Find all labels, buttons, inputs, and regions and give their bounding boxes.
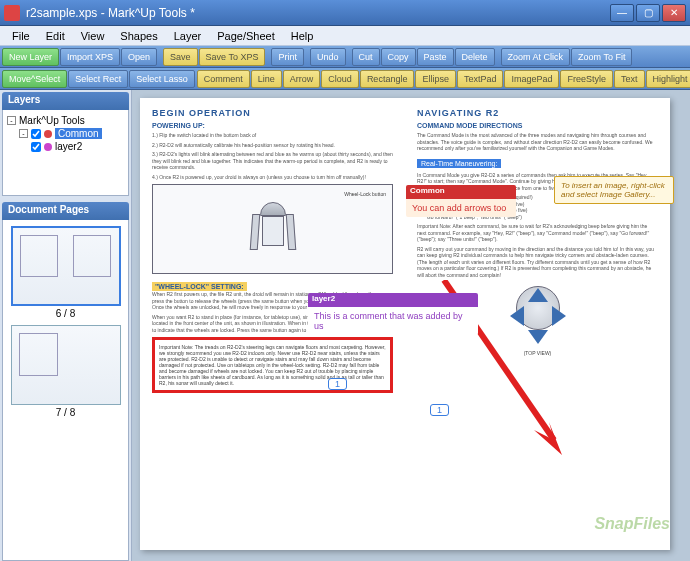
cut-button[interactable]: Cut (352, 48, 380, 66)
select-rect-button[interactable]: Select Rect (68, 70, 128, 88)
doc-illustration: Wheel-Lock button (152, 184, 393, 274)
menubar: File Edit View Shapes Layer Page/Sheet H… (0, 26, 690, 46)
menu-help[interactable]: Help (283, 28, 322, 44)
comment-button[interactable]: Comment (197, 70, 250, 88)
doc-heading: NAVIGATING R2 (417, 108, 658, 118)
tree-root[interactable]: - Mark^Up Tools (7, 114, 124, 127)
layer-color-icon (44, 143, 52, 151)
move-select-button[interactable]: Move^Select (2, 70, 67, 88)
menu-edit[interactable]: Edit (38, 28, 73, 44)
annotation-body: To insert an image, right-click and sele… (561, 181, 665, 199)
zoom-click-button[interactable]: Zoom At Click (501, 48, 571, 66)
expand-icon[interactable]: - (7, 116, 16, 125)
sidebar: Layers - Mark^Up Tools - Common layer2 D… (0, 90, 132, 561)
illus-label: Wheel-Lock button (344, 191, 386, 197)
close-button[interactable]: ✕ (662, 4, 686, 22)
menu-shapes[interactable]: Shapes (112, 28, 165, 44)
app-icon (4, 5, 20, 21)
doc-text: 4.) Once R2 is powered up, your droid is… (152, 174, 393, 181)
doc-text: 2.) R2-D2 will automatically calibrate h… (152, 142, 393, 149)
zoom-fit-button[interactable]: Zoom To Fit (571, 48, 632, 66)
page-thumb-label: 7 / 8 (7, 407, 124, 418)
annotation-body: You can add arrows too (412, 203, 506, 213)
layer-label: Common (55, 128, 102, 139)
menu-file[interactable]: File (4, 28, 38, 44)
tree-layer-layer2[interactable]: layer2 (31, 140, 124, 153)
page-badge[interactable]: 1 (328, 378, 347, 390)
doc-text: Important Note: After each command, be s… (417, 223, 658, 243)
pages-panel-header: Document Pages (2, 202, 129, 220)
annotation-common[interactable]: You can add arrows too (406, 185, 516, 217)
layer-label: layer2 (55, 141, 82, 152)
doc-subhead: "WHEEL-LOCK" SETTING: (152, 282, 247, 291)
delete-button[interactable]: Delete (455, 48, 495, 66)
expand-icon[interactable]: - (19, 129, 28, 138)
titlebar: r2sample.xps - Mark^Up Tools * — ▢ ✕ (0, 0, 690, 26)
doc-subhead: Real-Time Maneuvering: (417, 159, 501, 168)
freestyle-button[interactable]: FreeStyle (560, 70, 613, 88)
highlight-button[interactable]: Highlight (646, 70, 690, 88)
tree-root-label: Mark^Up Tools (19, 115, 85, 126)
minimize-button[interactable]: — (610, 4, 634, 22)
layers-panel-header: Layers (2, 92, 129, 110)
save-button[interactable]: Save (163, 48, 198, 66)
tree-layer-common[interactable]: - Common (19, 127, 124, 140)
toolbar-shapes: Move^Select Select Rect Select Lasso Com… (0, 68, 690, 90)
toolbar-main: New Layer Import XPS Open Save Save To X… (0, 46, 690, 68)
ellipse-button[interactable]: Ellipse (415, 70, 456, 88)
text-button[interactable]: Text (614, 70, 645, 88)
print-button[interactable]: Print (271, 48, 304, 66)
menu-view[interactable]: View (73, 28, 113, 44)
doc-text: The Command Mode is the most advanced of… (417, 132, 658, 152)
annotation-body: This is a comment that was added by us (314, 311, 463, 331)
textpad-button[interactable]: TextPad (457, 70, 504, 88)
layer-visible-checkbox[interactable] (31, 142, 41, 152)
new-layer-button[interactable]: New Layer (2, 48, 59, 66)
paste-button[interactable]: Paste (417, 48, 454, 66)
page-badge[interactable]: 1 (430, 404, 449, 416)
doc-text: 1.) Flip the switch located in the botto… (152, 132, 393, 139)
doc-note-box: Important Note: The treads on R2-D2's st… (152, 337, 393, 393)
doc-text: 3.) R2-D2's lights will blink alternatin… (152, 151, 393, 171)
page-thumb-6[interactable] (11, 226, 121, 306)
layers-panel: - Mark^Up Tools - Common layer2 (2, 110, 129, 196)
watermark: SnapFiles (594, 515, 670, 533)
window-title: r2sample.xps - Mark^Up Tools * (26, 6, 610, 20)
undo-button[interactable]: Undo (310, 48, 346, 66)
doc-subhead: POWERING UP: (152, 122, 393, 129)
layer-visible-checkbox[interactable] (31, 129, 41, 139)
doc-subhead: COMMAND MODE DIRECTIONS (417, 122, 658, 129)
layer-color-icon (44, 130, 52, 138)
import-xps-button[interactable]: Import XPS (60, 48, 120, 66)
doc-heading: BEGIN OPERATION (152, 108, 393, 118)
cloud-button[interactable]: Cloud (321, 70, 359, 88)
page-thumb-7[interactable] (11, 325, 121, 405)
menu-pagesheet[interactable]: Page/Sheet (209, 28, 283, 44)
maximize-button[interactable]: ▢ (636, 4, 660, 22)
annotation-layer2[interactable]: This is a comment that was added by us (308, 293, 478, 335)
open-button[interactable]: Open (121, 48, 157, 66)
page-thumb-label: 6 / 8 (7, 308, 124, 319)
imagepad-button[interactable]: ImagePad (504, 70, 559, 88)
doc-text: R2 will carry out your command by moving… (417, 246, 658, 279)
pages-panel: 6 / 8 7 / 8 (2, 220, 129, 561)
save-xps-button[interactable]: Save To XPS (199, 48, 266, 66)
copy-button[interactable]: Copy (381, 48, 416, 66)
line-button[interactable]: Line (251, 70, 282, 88)
annotation-help-tip[interactable]: To insert an image, right-click and sele… (554, 176, 674, 204)
menu-layer[interactable]: Layer (166, 28, 210, 44)
arrow-button[interactable]: Arrow (283, 70, 321, 88)
canvas[interactable]: BEGIN OPERATION POWERING UP: 1.) Flip th… (132, 90, 690, 561)
rectangle-button[interactable]: Rectangle (360, 70, 415, 88)
select-lasso-button[interactable]: Select Lasso (129, 70, 195, 88)
